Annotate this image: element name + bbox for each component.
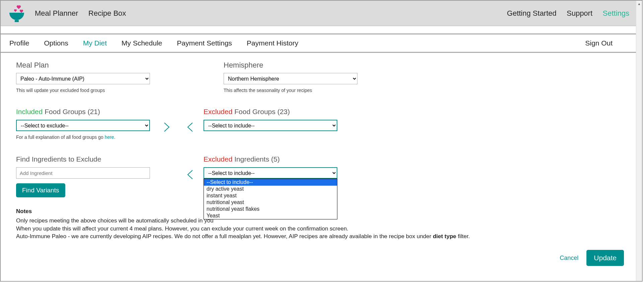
dropdown-option[interactable]: Yeast <box>204 212 337 219</box>
meal-plan-select[interactable]: Paleo - Auto-Immune (AIP) <box>16 73 150 84</box>
chevron-left-icon <box>186 169 194 180</box>
food-groups-helper: For a full explanation of all food group… <box>16 134 150 140</box>
vertical-scrollbar[interactable]: ▲ <box>636 1 642 281</box>
subnav-options[interactable]: Options <box>44 39 68 47</box>
included-food-groups-title: Included Food Groups (21) <box>16 108 150 116</box>
subnav-my-schedule[interactable]: My Schedule <box>122 39 162 47</box>
nav-recipe-box[interactable]: Recipe Box <box>88 9 126 17</box>
subnav-sign-out[interactable]: Sign Out <box>585 39 613 47</box>
top-navbar: Meal Planner Recipe Box Getting Started … <box>1 1 636 26</box>
form-actions: Cancel Update <box>16 250 627 266</box>
topnav-right: Getting Started Support Settings <box>507 9 629 18</box>
excluded-food-groups-title: Excluded Food Groups (23) <box>204 108 337 116</box>
notes-line: Auto-Immune Paleo - we are currently dev… <box>16 232 627 241</box>
add-ingredient-input[interactable] <box>16 167 150 179</box>
chevron-left-icon <box>186 121 194 133</box>
update-button[interactable]: Update <box>586 250 624 266</box>
nav-settings[interactable]: Settings <box>603 9 630 17</box>
dropdown-option[interactable]: instant yeast <box>204 192 337 199</box>
settings-subnav: Profile Options My Diet My Schedule Paym… <box>1 33 636 53</box>
included-food-groups-select[interactable]: --Select to exclude-- <box>16 120 150 131</box>
nav-meal-planner[interactable]: Meal Planner <box>35 9 78 17</box>
topnav-left: Meal Planner Recipe Box <box>35 9 135 18</box>
dropdown-option[interactable]: nutritional yeast flakes <box>204 206 337 212</box>
excluded-food-groups-select[interactable]: --Select to include-- <box>204 120 337 131</box>
move-to-included-button[interactable] <box>183 120 197 134</box>
scroll-up-icon[interactable]: ▲ <box>636 1 642 7</box>
dropdown-option[interactable]: nutritional yeast <box>204 199 337 206</box>
subnav-profile[interactable]: Profile <box>9 39 29 47</box>
excluded-ingredients-title: Excluded Ingredients (5) <box>204 155 337 163</box>
app-logo <box>8 5 25 22</box>
subnav-my-diet[interactable]: My Diet <box>83 39 107 47</box>
nav-getting-started[interactable]: Getting Started <box>507 9 557 17</box>
hemisphere-select[interactable]: Northern Hemisphere <box>224 73 357 84</box>
meal-plan-helper: This will update your excluded food grou… <box>16 88 210 93</box>
nav-support[interactable]: Support <box>567 9 592 17</box>
dropdown-option[interactable]: dry active yeast <box>204 186 337 192</box>
excluded-ingredients-dropdown-list: --Select to include-- dry active yeast i… <box>204 179 337 219</box>
move-to-excluded-button[interactable] <box>160 120 173 134</box>
cancel-link[interactable]: Cancel <box>560 255 578 262</box>
meal-plan-label: Meal Plan <box>16 61 210 70</box>
hemisphere-helper: This affects the seasonality of your rec… <box>224 88 418 93</box>
subnav-payment-history[interactable]: Payment History <box>247 39 298 47</box>
chevron-right-icon <box>163 121 170 133</box>
include-ingredient-button[interactable] <box>183 168 197 181</box>
notes-line: When you update this will affect your cu… <box>16 225 627 233</box>
excluded-ingredients-select[interactable]: --Select to include-- <box>204 167 337 179</box>
food-groups-help-link[interactable]: here <box>105 134 114 140</box>
subnav-payment-settings[interactable]: Payment Settings <box>177 39 232 47</box>
hemisphere-label: Hemisphere <box>224 61 418 70</box>
find-variants-button[interactable]: Find Variants <box>16 183 65 197</box>
dropdown-option[interactable]: --Select to include-- <box>204 179 337 186</box>
find-ingredients-label: Find Ingredients to Exclude <box>16 155 150 163</box>
